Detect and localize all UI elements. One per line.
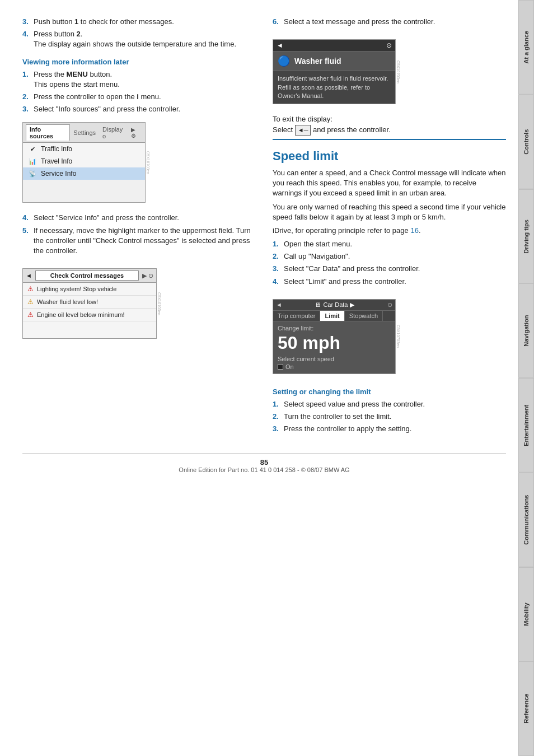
warning-icon: ⚠: [27, 311, 34, 319]
tab-limit[interactable]: Limit: [320, 311, 344, 321]
list-item: 1. Select speed value and press the cont…: [273, 399, 506, 409]
setting-section: Setting or changing the limit 1. Select …: [273, 388, 506, 435]
box-item-traffic: ✔ Traffic Info: [23, 143, 145, 155]
list-item: 1. Open the start menu.: [273, 239, 506, 249]
washer-title: 🔵 Washer fluid: [273, 52, 395, 71]
two-column-layout: 3. Push button 1 to check for other mess…: [22, 17, 506, 436]
list-item: 2. Press the controller to open the i me…: [22, 92, 256, 102]
yellow-warning-icon: ⚠: [27, 298, 34, 306]
list-item: 5. If necessary, move the highlight mark…: [22, 226, 256, 256]
check-header-icons: ▶ ⊙: [142, 272, 153, 279]
washer-caption: C5X10703en: [392, 34, 400, 110]
check-caption: C5X10703en: [153, 263, 161, 344]
viewing-section: Viewing more information later 1. Press …: [22, 58, 256, 115]
info-sources-wrapper: Info sources Settings Display o ▶ ⚙ ✔ Tr…: [22, 116, 146, 208]
back-arrow-symbol: ◄─: [295, 125, 311, 136]
check-item-text: Lighting system! Stop vehicle: [37, 286, 116, 292]
viewing-list: 1. Press the MENU button.This opens the …: [22, 69, 256, 115]
info-sources-box: Info sources Settings Display o ▶ ⚙ ✔ Tr…: [22, 122, 146, 203]
cd-on-label: On: [285, 363, 294, 370]
back-icon: ◄: [277, 41, 283, 49]
list-item: 3. Select "Info sources" and press the c…: [22, 104, 256, 114]
speed-limit-title: Speed limit: [273, 149, 506, 164]
footer-text: Online Edition for Part no. 01 41 0 014 …: [179, 466, 349, 473]
list-item: 2. Turn the controller to set the limit.: [273, 412, 506, 422]
viewing-heading: Viewing more information later: [22, 58, 256, 66]
cardata-caption: C5X10703en: [392, 293, 400, 380]
tab-info-sources: Info sources: [26, 124, 70, 141]
check-control-box: ◄ Check Control messages ▶ ⊙ ⚠ Lighting …: [22, 268, 157, 339]
check-control-wrapper: ◄ Check Control messages ▶ ⊙ ⚠ Lighting …: [22, 263, 157, 344]
list-item: 6. Select a text message and press the c…: [273, 17, 506, 27]
list-item: 3. Push button 1 to check for other mess…: [22, 17, 256, 27]
list-item: 2. Call up "Navigation".: [273, 251, 506, 262]
service-info-label: Service Info: [41, 170, 76, 178]
cd-icon: 🖥: [315, 301, 321, 308]
check-item-oil: ⚠ Engine oil level below minimum!: [23, 309, 156, 321]
cardata-body: Change limit: 50 mph Select current spee…: [273, 321, 395, 374]
cardata-tabs: Trip computer Limit Stopwatch: [273, 311, 395, 321]
tab-stopwatch[interactable]: Stopwatch: [345, 311, 383, 321]
tab-trip-computer[interactable]: Trip computer: [273, 311, 320, 321]
washer-box: ◄ ⊙ 🔵 Washer fluid Insufficient washer f…: [273, 39, 396, 104]
sidebar-item-controls[interactable]: Controls: [518, 95, 534, 189]
washer-fluid-icon: 🔵: [278, 55, 290, 67]
sidebar-item-reference[interactable]: Reference: [518, 661, 534, 756]
cardata-title-text: Car Data: [323, 301, 348, 308]
cd-right-icon: ⊙: [387, 301, 392, 309]
list-item: 4. Select "Limit" and press the controll…: [273, 277, 506, 287]
washer-title-text: Washer fluid: [294, 57, 341, 66]
right-column: 6. Select a text message and press the c…: [273, 17, 506, 436]
setting-heading: Setting or changing the limit: [273, 388, 506, 396]
warning-icon: ⚠: [27, 285, 34, 293]
page-number: 85: [260, 458, 268, 466]
list-item: 3. Select "Car Data" and press the contr…: [273, 264, 506, 274]
side-tabs: At a glance Controls Driving tips Naviga…: [518, 0, 534, 756]
page-footer: 85 Online Edition for Part no. 01 41 0 0…: [22, 453, 506, 473]
cd-on-row: On: [278, 363, 391, 370]
washer-header: ◄ ⊙: [273, 40, 395, 52]
section-divider: [273, 139, 506, 140]
cardata-box: ◄ 🖥 Car Data ▶ ⊙ Trip computer Limit Sto…: [273, 299, 396, 374]
cardata-box-wrapper: ◄ 🖥 Car Data ▶ ⊙ Trip computer Limit Sto…: [273, 293, 396, 380]
traffic-info-label: Traffic Info: [41, 145, 72, 153]
tab-settings: Settings: [70, 128, 99, 137]
washer-header-right-icon: ⊙: [386, 41, 392, 49]
sidebar-item-driving-tips[interactable]: Driving tips: [518, 189, 534, 284]
cd-arrow-right: ▶: [350, 301, 354, 309]
check-header: ◄ Check Control messages ▶ ⊙: [23, 269, 156, 283]
box-item-travel: 📊 Travel Info: [23, 155, 145, 167]
left-column: 3. Push button 1 to check for other mess…: [22, 17, 256, 436]
list-item: 3. Press the controller to apply the set…: [273, 424, 506, 434]
check-title: Check Control messages: [35, 270, 139, 281]
speed-limit-warning: You are only warned of reaching this spe…: [273, 202, 506, 222]
check-item-washer: ⚠ Washer fluid level low!: [23, 296, 156, 309]
cardata-header: ◄ 🖥 Car Data ▶ ⊙: [273, 300, 395, 311]
check-item-text: Engine oil level below minimum!: [37, 311, 125, 318]
speed-limit-intro: You can enter a speed, and a Check Contr…: [273, 168, 506, 199]
sidebar-item-mobility[interactable]: Mobility: [518, 567, 534, 662]
main-content: 3. Push button 1 to check for other mess…: [0, 0, 517, 484]
tab-display: Display o: [99, 125, 131, 141]
washer-box-wrapper: ◄ ⊙ 🔵 Washer fluid Insufficient washer f…: [273, 34, 396, 110]
check-item-text: Washer fluid level low!: [37, 298, 98, 305]
sidebar-item-communications[interactable]: Communications: [518, 473, 534, 567]
sidebar-item-navigation[interactable]: Navigation: [518, 283, 534, 378]
cardata-title: 🖥 Car Data ▶: [315, 301, 354, 309]
travel-info-label: Travel Info: [41, 157, 72, 165]
on-checkbox[interactable]: [278, 364, 283, 370]
exit-text: To exit the display: Select ◄─ and press…: [273, 114, 506, 136]
right-top-list: 6. Select a text message and press the c…: [273, 17, 506, 27]
sidebar-item-at-a-glance[interactable]: At a glance: [518, 0, 534, 95]
header-icons: ▶ ⚙: [131, 127, 142, 139]
cd-speed-value: 50 mph: [278, 333, 391, 353]
cd-arrow-left: ◄: [276, 301, 282, 308]
washer-body: Insufficient washer fluid in fluid reser…: [273, 71, 395, 104]
intro-list: 3. Push button 1 to check for other mess…: [22, 17, 256, 50]
arrow-left-icon: ◄: [26, 272, 32, 279]
screenshot-caption: C5X10703en: [142, 116, 150, 208]
list-item: 4. Select "Service Info" and press the c…: [22, 213, 256, 223]
sidebar-item-entertainment[interactable]: Entertainment: [518, 378, 534, 473]
cd-select-label: Select current speed: [278, 356, 391, 362]
info-sources-header: Info sources Settings Display o ▶ ⚙: [23, 123, 145, 143]
